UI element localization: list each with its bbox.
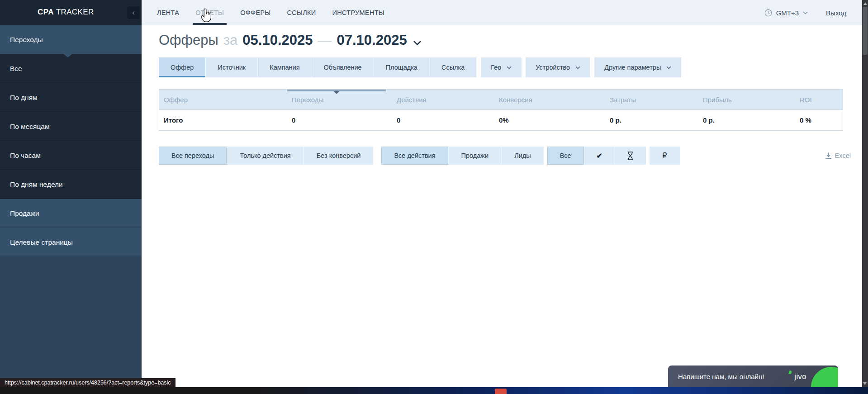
- tab-label: Источник: [218, 64, 246, 71]
- filter-vse-perekhody[interactable]: Все переходы: [159, 147, 227, 165]
- chat-green-circle: [811, 367, 838, 387]
- dropdown-label: Гео: [491, 64, 501, 71]
- timezone-selector[interactable]: GMT+3: [764, 9, 808, 17]
- nav-item-ssylki[interactable]: ССЫЛКИ: [286, 0, 318, 25]
- filter-prodazhi[interactable]: Продажи: [449, 147, 502, 165]
- sidebar-item-celevye-stranicy[interactable]: Целевые страницы: [0, 228, 142, 257]
- sidebar-item-po-chasam[interactable]: По часам: [0, 141, 142, 170]
- column-header-zatraty[interactable]: Затраты: [605, 96, 698, 104]
- filter-label: Лиды: [514, 152, 531, 159]
- filter-pending-button[interactable]: [615, 147, 646, 165]
- filter-label: Все переходы: [171, 152, 214, 159]
- mouse-cursor-icon: [200, 9, 211, 22]
- topbar: ЛЕНТА ОТЧЕТЫ ОФФЕРЫ ССЫЛКИ ИНСТРУМЕНТЫ G…: [142, 0, 868, 25]
- tab-istochnik[interactable]: Источник: [206, 57, 258, 77]
- tab-label: Объявление: [324, 64, 362, 71]
- sidebar-item-label: Все: [10, 65, 22, 73]
- filter-tolko-deystviya[interactable]: Только действия: [227, 147, 304, 165]
- nav-item-instrumenty[interactable]: ИНСТРУМЕНТЫ: [331, 0, 386, 25]
- filter-label: Без конверсий: [317, 152, 361, 159]
- dropdown-label: Устройство: [536, 64, 570, 71]
- dropdown-ustroystvo[interactable]: Устройство: [526, 57, 590, 77]
- excel-label: Excel: [835, 152, 851, 159]
- dropdown-drugie-parametry[interactable]: Другие параметры: [594, 57, 681, 77]
- chat-message: Напишите нам, мы онлайн!: [678, 366, 764, 387]
- scroll-up-arrow-icon[interactable]: [863, 2, 867, 5]
- filter-label: Продажи: [461, 152, 489, 159]
- tab-label: Оффер: [171, 64, 194, 71]
- vertical-scrollbar[interactable]: [862, 0, 868, 387]
- filter-label: Все: [560, 152, 571, 159]
- main-nav: ЛЕНТА ОТЧЕТЫ ОФФЕРЫ ССЫЛКИ ИНСТРУМЕНТЫ: [156, 0, 868, 25]
- tab-ssylka[interactable]: Ссылка: [430, 57, 477, 77]
- sidebar-item-po-dnyam-nedeli[interactable]: По дням недели: [0, 170, 142, 199]
- traffic-filter-group: Все переходы Только действия Без конверс…: [159, 147, 373, 165]
- logout-link[interactable]: Выход: [826, 9, 846, 17]
- sidebar-item-prodazhi[interactable]: Продажи: [0, 199, 142, 228]
- actions-filter-group: Все действия Продажи Лиды: [381, 147, 543, 165]
- hourglass-icon: [627, 152, 634, 160]
- nav-label: ИНСТРУМЕНТЫ: [332, 9, 384, 16]
- status-url-tooltip: https://cabinet.cpatracker.ru/users/4825…: [0, 378, 175, 387]
- dropdown-geo[interactable]: Гео: [481, 57, 522, 77]
- tab-ploshchadka[interactable]: Площадка: [374, 57, 430, 77]
- column-header-offer[interactable]: Оффер: [159, 96, 287, 104]
- chevron-down-icon: [666, 66, 671, 69]
- tab-kampaniya[interactable]: Кампания: [258, 57, 312, 77]
- scroll-down-arrow-icon[interactable]: [863, 382, 867, 385]
- table-row-total: Итого 0 0 0% 0 р. 0 р. 0 %: [159, 109, 843, 130]
- scrollbar-thumb[interactable]: [863, 7, 868, 55]
- date-dash: —: [318, 32, 332, 48]
- nav-item-lenta[interactable]: ЛЕНТА: [156, 0, 180, 25]
- filter-status-vse[interactable]: Все: [547, 147, 584, 165]
- sidebar-item-po-mesyacam[interactable]: По месяцам: [0, 112, 142, 141]
- clock-icon: [764, 9, 772, 17]
- total-pribyl: 0 р.: [698, 116, 795, 124]
- status-filter-group: Все ✔: [547, 147, 646, 165]
- ruble-filter-button[interactable]: ₽: [650, 147, 680, 165]
- tab-label: Ссылка: [441, 64, 465, 71]
- filter-bez-konversiy[interactable]: Без конверсий: [304, 147, 374, 165]
- sidebar-item-label: Продажи: [10, 209, 39, 218]
- check-icon: ✔: [596, 152, 602, 160]
- nav-label: ОФФЕРЫ: [240, 9, 270, 16]
- filter-lidy[interactable]: Лиды: [502, 147, 544, 165]
- filter-label: Все действия: [394, 152, 435, 159]
- dimension-tabs: Оффер Источник Кампания Объявление Площа…: [159, 57, 868, 77]
- sidebar-item-vse[interactable]: Все: [0, 54, 142, 83]
- tab-offer[interactable]: Оффер: [159, 57, 206, 77]
- column-header-konversiya[interactable]: Конверсия: [494, 96, 605, 104]
- nav-label: ССЫЛКИ: [287, 9, 316, 16]
- chevron-down-icon: [575, 66, 580, 69]
- column-header-pribyl[interactable]: Прибыль: [698, 96, 795, 104]
- report-title-row: Офферы за 05.10.2025 — 07.10.2025: [159, 32, 868, 48]
- date-from[interactable]: 05.10.2025: [242, 32, 313, 48]
- taskbar-strip: [0, 387, 868, 394]
- sidebar-collapse-button[interactable]: ‹: [127, 6, 140, 19]
- filter-vse-deystviya[interactable]: Все действия: [381, 147, 448, 165]
- title-preposition: за: [223, 32, 237, 48]
- column-header-roi[interactable]: ROI: [795, 96, 843, 104]
- chat-widget[interactable]: Напишите нам, мы онлайн! jivo: [668, 366, 838, 387]
- tab-obyavlenie[interactable]: Объявление: [312, 57, 374, 77]
- collapse-chevron-icon: ‹: [132, 9, 134, 16]
- app-logo: CPA TRACKER: [38, 8, 94, 17]
- nav-label: ЛЕНТА: [157, 9, 179, 16]
- nav-item-offery[interactable]: ОФФЕРЫ: [239, 0, 272, 25]
- timezone-label: GMT+3: [776, 9, 799, 17]
- column-header-deystviya[interactable]: Действия: [392, 96, 494, 104]
- filter-confirmed-button[interactable]: ✔: [584, 147, 615, 165]
- excel-export-link[interactable]: Excel: [825, 152, 851, 159]
- ruble-icon: ₽: [663, 152, 667, 160]
- sidebar-item-po-dnyam[interactable]: По дням: [0, 83, 142, 112]
- sidebar-item-label: По дням: [10, 94, 38, 102]
- total-roi: 0 %: [795, 116, 843, 124]
- sidebar-item-perekhody[interactable]: Переходы: [0, 25, 142, 54]
- sidebar-header: CPA TRACKER ‹: [0, 0, 142, 25]
- sidebar-item-label: По часам: [10, 152, 41, 160]
- date-range-chevron-icon[interactable]: [413, 40, 422, 46]
- column-header-perekhody[interactable]: Переходы: [287, 96, 392, 104]
- sidebar: CPA TRACKER ‹ Переходы Все По дням По ме…: [0, 0, 142, 394]
- date-to[interactable]: 07.10.2025: [337, 32, 407, 48]
- total-zatraty: 0 р.: [605, 116, 698, 124]
